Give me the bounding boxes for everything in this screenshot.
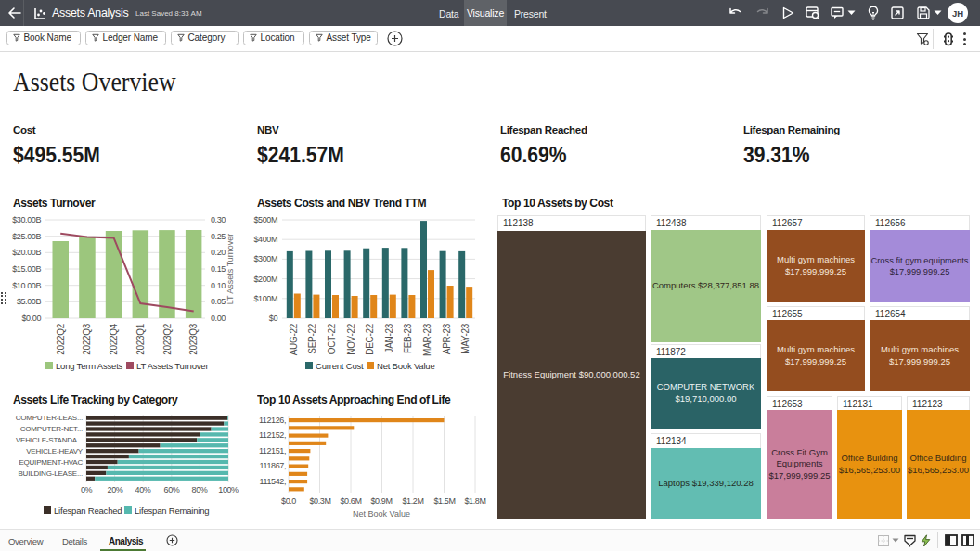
svg-text:FEB-23: FEB-23 [403, 323, 413, 353]
svg-text:EQUIPMENT-HVAC: EQUIPMENT-HVAC [19, 458, 83, 467]
svg-text:Net Book Value: Net Book Value [353, 509, 410, 519]
svg-text:111542,: 111542, [260, 477, 286, 486]
svg-text:0.05: 0.05 [211, 297, 226, 306]
svg-text:$100M: $100M [253, 294, 277, 303]
svg-text:AUG-22: AUG-22 [289, 323, 299, 355]
svg-text:APR-23: APR-23 [442, 323, 452, 354]
svg-text:$500M: $500M [253, 215, 277, 224]
svg-text:112152,: 112152, [259, 430, 286, 440]
svg-text:MAY-23: MAY-23 [460, 323, 471, 353]
svg-text:2022Q3: 2022Q3 [82, 323, 92, 355]
svg-text:2023Q2: 2023Q2 [162, 323, 173, 355]
svg-text:SEP-22: SEP-22 [307, 323, 317, 353]
svg-text:0.15: 0.15 [211, 264, 226, 274]
svg-text:VEHICLE-STANDA...: VEHICLE-STANDA... [16, 436, 83, 444]
svg-text:Net Book Value: Net Book Value [377, 361, 435, 371]
svg-text:OCT-22: OCT-22 [327, 323, 337, 354]
svg-text:Long Term Assets: Long Term Assets [56, 361, 123, 371]
svg-text:LT Assets Turnover: LT Assets Turnover [136, 361, 208, 371]
svg-text:111867,: 111867, [260, 461, 286, 470]
svg-text:$0.0: $0.0 [281, 496, 296, 506]
svg-text:Lifespan Remaining: Lifespan Remaining [135, 506, 209, 516]
svg-text:2023Q1: 2023Q1 [135, 323, 146, 355]
svg-text:0.30: 0.30 [211, 215, 226, 224]
svg-text:112126,: 112126, [259, 416, 286, 425]
svg-text:$0.6M: $0.6M [340, 496, 361, 506]
svg-text:LT Assets Turnover: LT Assets Turnover [226, 234, 235, 305]
svg-text:$25.00B: $25.00B [12, 232, 41, 241]
svg-text:DEC-22: DEC-22 [365, 323, 375, 355]
svg-text:$15.00B: $15.00B [12, 264, 41, 274]
svg-text:0.10: 0.10 [211, 281, 226, 290]
svg-text:$0.00: $0.00 [21, 314, 41, 323]
svg-text:40%: 40% [135, 485, 151, 494]
svg-text:0.20: 0.20 [211, 248, 226, 257]
svg-text:60%: 60% [164, 485, 180, 494]
svg-text:$0.9M: $0.9M [370, 496, 392, 506]
svg-text:0.25: 0.25 [211, 232, 226, 241]
svg-text:$20.00B: $20.00B [12, 248, 41, 257]
svg-text:MAR-23: MAR-23 [422, 323, 432, 356]
svg-text:$1.8M: $1.8M [464, 496, 485, 506]
svg-text:BUILDING-LEASE...: BUILDING-LEASE... [18, 469, 83, 478]
svg-text:NOV-22: NOV-22 [346, 323, 356, 355]
svg-text:$10.00B: $10.00B [12, 281, 41, 290]
svg-text:$30.00B: $30.00B [12, 215, 41, 224]
svg-text:COMPUTER-NET...: COMPUTER-NET... [20, 425, 83, 433]
svg-text:$0.3M: $0.3M [309, 496, 330, 506]
svg-text:0%: 0% [81, 485, 93, 494]
svg-text:80%: 80% [192, 485, 208, 494]
svg-text:VEHICLE-HEAVY: VEHICLE-HEAVY [26, 447, 84, 455]
svg-text:2022Q4: 2022Q4 [109, 323, 119, 355]
svg-text:2023Q3: 2023Q3 [188, 323, 199, 355]
svg-text:20%: 20% [108, 485, 123, 494]
svg-text:$200M: $200M [253, 275, 277, 284]
svg-text:$5.00B: $5.00B [17, 297, 42, 306]
svg-text:Lifespan Reached: Lifespan Reached [54, 506, 122, 516]
svg-text:0.00: 0.00 [211, 314, 226, 323]
svg-text:$1.5M: $1.5M [433, 496, 455, 506]
svg-text:COMPUTER-LEAS...: COMPUTER-LEAS... [16, 414, 83, 422]
svg-text:JAN-23: JAN-23 [384, 323, 394, 352]
svg-text:$1.2M: $1.2M [402, 496, 423, 506]
svg-text:$400M: $400M [253, 235, 277, 244]
svg-text:Current Cost: Current Cost [316, 361, 364, 371]
svg-text:2022Q2: 2022Q2 [56, 323, 66, 355]
svg-text:$0: $0 [269, 314, 278, 323]
svg-text:$300M: $300M [253, 254, 277, 263]
svg-text:112151,: 112151, [259, 446, 286, 455]
svg-text:100%: 100% [218, 485, 239, 494]
